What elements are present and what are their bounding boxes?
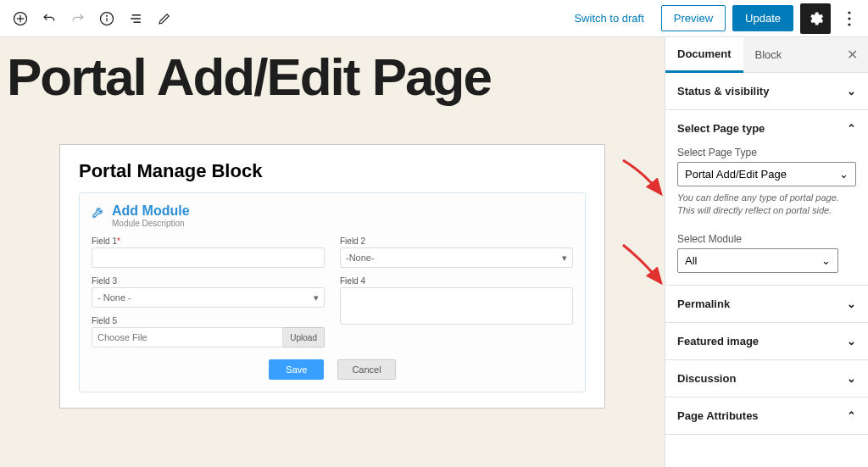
save-button[interactable]: Save: [269, 359, 324, 380]
field-4-textarea[interactable]: [340, 287, 573, 325]
panel-permalink-head[interactable]: Permalink⌄: [665, 286, 868, 322]
outline-icon[interactable]: [122, 5, 149, 32]
tab-block[interactable]: Block: [743, 38, 794, 71]
toolbar-right: Switch to draft Preview Update: [564, 3, 861, 34]
cancel-button[interactable]: Cancel: [337, 359, 395, 380]
svg-point-5: [107, 15, 108, 16]
settings-sidebar: Document Block ✕ Status & visibility⌄ Se…: [665, 37, 868, 467]
block-title: Portal Manage Block: [79, 160, 586, 182]
update-button[interactable]: Update: [732, 5, 793, 31]
field-3: Field 3 - None -▾: [92, 276, 325, 308]
chevron-up-icon: ⌃: [847, 409, 856, 422]
field-5-file-input[interactable]: [92, 327, 283, 347]
chevron-down-icon: ⌄: [847, 85, 856, 97]
upload-button[interactable]: Upload: [283, 327, 325, 347]
panel-status: Status & visibility⌄: [665, 73, 868, 110]
preview-button[interactable]: Preview: [661, 5, 726, 31]
svg-point-10: [848, 17, 850, 19]
undo-icon[interactable]: [36, 5, 63, 32]
panel-permalink: Permalink⌄: [665, 286, 868, 323]
panel-discussion-head[interactable]: Discussion⌄: [665, 360, 868, 397]
top-toolbar: Switch to draft Preview Update: [0, 0, 868, 37]
field-1-input[interactable]: [92, 247, 325, 268]
field-4-label: Field 4: [340, 276, 573, 286]
panel-discussion: Discussion⌄: [665, 360, 868, 398]
panel-attributes: Page Attributes⌃: [665, 398, 868, 435]
module-select[interactable]: All⌄: [677, 248, 838, 273]
module-label: Select Module: [677, 233, 856, 245]
sidebar-tabs: Document Block ✕: [665, 37, 868, 73]
page-type-select[interactable]: Portal Add/Edit Page⌄: [677, 162, 856, 186]
svg-point-9: [848, 11, 850, 14]
page-type-hint: You can define any type of portal page. …: [677, 192, 856, 218]
field-grid: Field 1* Field 2 -None-▾ Field 3 - None …: [92, 236, 573, 347]
chevron-down-icon: ⌄: [847, 335, 856, 347]
field-3-select[interactable]: - None -▾: [92, 287, 325, 308]
info-icon[interactable]: [93, 5, 120, 32]
module-title: Add Module: [112, 203, 190, 219]
field-2-select[interactable]: -None-▾: [340, 247, 573, 268]
field-1: Field 1*: [92, 236, 325, 268]
page-type-label: Select Page Type: [677, 147, 856, 158]
portal-manage-block[interactable]: Portal Manage Block Add Module Module De…: [59, 144, 605, 409]
wrench-icon: [92, 205, 105, 222]
chevron-down-icon: ⌄: [839, 168, 849, 181]
tab-document[interactable]: Document: [665, 37, 743, 73]
field-2: Field 2 -None-▾: [340, 236, 573, 268]
panel-page-type: Select Page type⌃ Select Page Type Porta…: [665, 110, 868, 286]
module-desc: Module Description: [112, 219, 190, 228]
settings-button[interactable]: [800, 3, 831, 34]
field-1-label: Field 1*: [92, 236, 325, 246]
toolbar-left: [7, 5, 178, 32]
more-menu-icon[interactable]: [837, 3, 861, 34]
field-4: Field 4: [340, 276, 573, 347]
switch-draft-link[interactable]: Switch to draft: [564, 5, 654, 31]
redo-icon: [64, 5, 92, 32]
field-2-label: Field 2: [340, 236, 573, 246]
svg-point-11: [848, 23, 850, 25]
edit-icon[interactable]: [151, 5, 178, 32]
close-sidebar-icon[interactable]: ✕: [837, 40, 868, 69]
field-5: Field 5 Upload: [92, 316, 325, 347]
panel-featured: Featured image⌄: [665, 323, 868, 360]
module-actions: Save Cancel: [92, 359, 573, 380]
panel-status-head[interactable]: Status & visibility⌄: [665, 73, 868, 109]
page-title[interactable]: Portal Add/Edit Page: [0, 37, 665, 110]
workspace: Portal Add/Edit Page Portal Manage Block…: [0, 37, 868, 467]
panel-page-type-head[interactable]: Select Page type⌃: [665, 110, 868, 147]
chevron-down-icon: ⌄: [847, 297, 856, 310]
add-block-icon[interactable]: [7, 5, 34, 32]
chevron-down-icon: ⌄: [847, 372, 856, 385]
field-3-label: Field 3: [92, 276, 325, 286]
chevron-down-icon: ⌄: [821, 254, 831, 267]
panel-featured-head[interactable]: Featured image⌄: [665, 323, 868, 359]
chevron-up-icon: ⌃: [847, 122, 856, 135]
module-header: Add Module Module Description: [92, 203, 573, 228]
annotation-arrow-2: [619, 241, 665, 295]
panel-attributes-head[interactable]: Page Attributes⌃: [665, 398, 868, 434]
annotation-arrow-1: [619, 156, 665, 210]
module-panel: Add Module Module Description Field 1* F…: [79, 192, 586, 392]
editor-canvas: Portal Add/Edit Page Portal Manage Block…: [0, 37, 665, 467]
field-5-label: Field 5: [92, 316, 325, 325]
